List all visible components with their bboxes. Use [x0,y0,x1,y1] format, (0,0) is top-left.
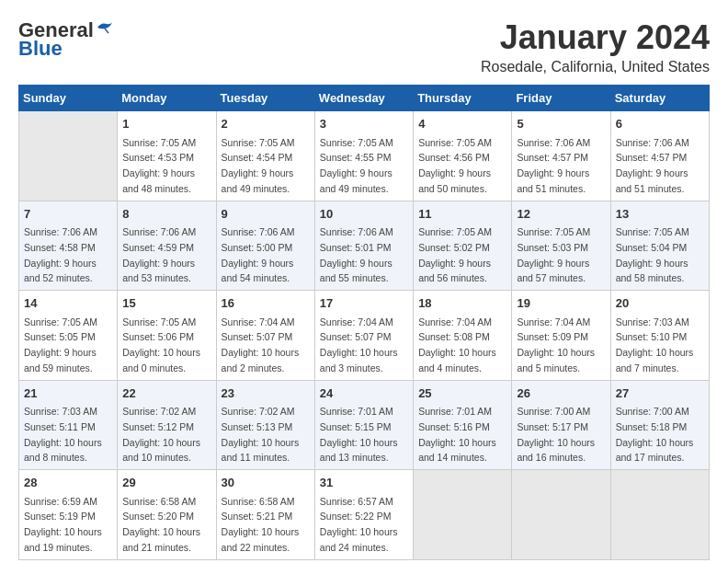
day-info: Sunrise: 7:05 AM Sunset: 5:02 PM Dayligh… [418,226,492,283]
day-number: 1 [122,115,210,133]
day-cell: 4Sunrise: 7:05 AM Sunset: 4:56 PM Daylig… [414,111,512,201]
day-number: 5 [517,115,605,133]
week-row-1: 1Sunrise: 7:05 AM Sunset: 4:53 PM Daylig… [19,111,710,201]
header-cell-monday: Monday [118,86,216,111]
page-header: General Blue January 2024 Rosedale, Cali… [18,18,710,75]
header-cell-sunday: Sunday [19,86,118,111]
day-info: Sunrise: 7:00 AM Sunset: 5:18 PM Dayligh… [616,406,694,463]
month-title: January 2024 [481,18,710,57]
day-cell [19,111,118,201]
day-number: 7 [24,205,112,224]
day-info: Sunrise: 7:03 AM Sunset: 5:11 PM Dayligh… [24,406,102,463]
day-info: Sunrise: 7:05 AM Sunset: 5:05 PM Dayligh… [24,316,97,373]
day-info: Sunrise: 7:06 AM Sunset: 4:57 PM Dayligh… [616,137,689,194]
day-info: Sunrise: 7:04 AM Sunset: 5:08 PM Dayligh… [418,316,496,373]
calendar-table: SundayMondayTuesdayWednesdayThursdayFrid… [18,85,710,560]
day-number: 11 [418,205,506,224]
day-cell: 18Sunrise: 7:04 AM Sunset: 5:08 PM Dayli… [414,291,512,381]
day-cell: 20Sunrise: 7:03 AM Sunset: 5:10 PM Dayli… [610,291,709,381]
day-number: 18 [418,294,506,313]
day-cell: 14Sunrise: 7:05 AM Sunset: 5:05 PM Dayli… [19,291,118,381]
header-cell-thursday: Thursday [414,86,512,111]
day-number: 15 [122,294,210,313]
day-number: 23 [222,385,310,403]
day-info: Sunrise: 7:05 AM Sunset: 5:03 PM Dayligh… [517,226,590,283]
day-number: 9 [222,205,310,224]
day-number: 20 [616,294,704,313]
day-number: 19 [517,294,605,313]
day-info: Sunrise: 7:05 AM Sunset: 4:54 PM Dayligh… [222,137,295,194]
day-cell: 6Sunrise: 7:06 AM Sunset: 4:57 PM Daylig… [610,111,709,201]
day-info: Sunrise: 7:06 AM Sunset: 5:01 PM Dayligh… [320,226,393,283]
day-info: Sunrise: 7:03 AM Sunset: 5:10 PM Dayligh… [616,316,694,373]
day-cell: 9Sunrise: 7:06 AM Sunset: 5:00 PM Daylig… [216,201,314,291]
day-info: Sunrise: 7:04 AM Sunset: 5:07 PM Dayligh… [222,316,300,373]
day-number: 2 [222,115,310,133]
header-cell-friday: Friday [512,86,610,111]
day-cell: 29Sunrise: 6:58 AM Sunset: 5:20 PM Dayli… [118,470,216,560]
day-number: 27 [616,385,704,403]
day-info: Sunrise: 6:59 AM Sunset: 5:19 PM Dayligh… [24,496,102,553]
day-cell: 27Sunrise: 7:00 AM Sunset: 5:18 PM Dayli… [610,380,709,470]
day-number: 14 [24,294,112,313]
day-info: Sunrise: 7:05 AM Sunset: 4:53 PM Dayligh… [122,137,196,194]
day-cell: 26Sunrise: 7:00 AM Sunset: 5:17 PM Dayli… [512,380,610,470]
day-info: Sunrise: 7:06 AM Sunset: 4:59 PM Dayligh… [122,226,196,283]
day-cell: 5Sunrise: 7:06 AM Sunset: 4:57 PM Daylig… [512,111,610,201]
day-info: Sunrise: 7:05 AM Sunset: 4:55 PM Dayligh… [320,137,393,194]
day-info: Sunrise: 7:04 AM Sunset: 5:07 PM Dayligh… [320,316,398,373]
day-cell: 22Sunrise: 7:02 AM Sunset: 5:12 PM Dayli… [118,380,216,470]
day-cell: 2Sunrise: 7:05 AM Sunset: 4:54 PM Daylig… [216,111,314,201]
header-cell-wednesday: Wednesday [314,86,413,111]
day-number: 8 [122,205,210,224]
day-cell: 19Sunrise: 7:04 AM Sunset: 5:09 PM Dayli… [512,291,610,381]
day-cell: 23Sunrise: 7:02 AM Sunset: 5:13 PM Dayli… [216,380,314,470]
day-cell: 7Sunrise: 7:06 AM Sunset: 4:58 PM Daylig… [19,201,118,291]
day-number: 21 [24,385,112,403]
day-number: 22 [122,385,210,403]
day-info: Sunrise: 7:06 AM Sunset: 5:00 PM Dayligh… [222,226,295,283]
day-info: Sunrise: 7:06 AM Sunset: 4:57 PM Dayligh… [517,137,590,194]
day-info: Sunrise: 7:04 AM Sunset: 5:09 PM Dayligh… [517,316,595,373]
day-cell: 11Sunrise: 7:05 AM Sunset: 5:02 PM Dayli… [414,201,512,291]
day-number: 12 [517,205,605,224]
day-info: Sunrise: 6:58 AM Sunset: 5:21 PM Dayligh… [222,496,300,553]
day-number: 29 [122,474,210,492]
day-info: Sunrise: 7:05 AM Sunset: 5:06 PM Dayligh… [122,316,200,373]
day-info: Sunrise: 7:02 AM Sunset: 5:12 PM Dayligh… [122,406,200,463]
title-section: January 2024 Rosedale, California, Unite… [481,18,710,75]
day-cell [512,470,610,560]
day-info: Sunrise: 7:01 AM Sunset: 5:15 PM Dayligh… [320,406,398,463]
day-info: Sunrise: 6:57 AM Sunset: 5:22 PM Dayligh… [320,496,398,553]
week-row-5: 28Sunrise: 6:59 AM Sunset: 5:19 PM Dayli… [19,470,710,560]
day-number: 25 [418,385,506,403]
day-info: Sunrise: 7:02 AM Sunset: 5:13 PM Dayligh… [222,406,300,463]
location-text: Rosedale, California, United States [481,59,710,75]
day-cell: 16Sunrise: 7:04 AM Sunset: 5:07 PM Dayli… [216,291,314,381]
day-number: 28 [24,474,112,492]
day-info: Sunrise: 7:01 AM Sunset: 5:16 PM Dayligh… [418,406,496,463]
day-number: 4 [418,115,506,133]
week-row-4: 21Sunrise: 7:03 AM Sunset: 5:11 PM Dayli… [19,380,710,470]
day-cell: 24Sunrise: 7:01 AM Sunset: 5:15 PM Dayli… [314,380,413,470]
day-number: 30 [222,474,310,492]
logo-bird-icon [96,20,114,35]
day-number: 10 [320,205,408,224]
day-info: Sunrise: 7:06 AM Sunset: 4:58 PM Dayligh… [24,226,97,283]
day-number: 31 [320,474,408,492]
day-number: 3 [320,115,408,133]
day-cell: 15Sunrise: 7:05 AM Sunset: 5:06 PM Dayli… [118,291,216,381]
day-cell: 25Sunrise: 7:01 AM Sunset: 5:16 PM Dayli… [414,380,512,470]
day-cell: 12Sunrise: 7:05 AM Sunset: 5:03 PM Dayli… [512,201,610,291]
day-cell: 10Sunrise: 7:06 AM Sunset: 5:01 PM Dayli… [314,201,413,291]
week-row-2: 7Sunrise: 7:06 AM Sunset: 4:58 PM Daylig… [19,201,710,291]
day-number: 24 [320,385,408,403]
day-cell: 1Sunrise: 7:05 AM Sunset: 4:53 PM Daylig… [118,111,216,201]
header-cell-saturday: Saturday [610,86,709,111]
day-info: Sunrise: 7:05 AM Sunset: 4:56 PM Dayligh… [418,137,492,194]
day-cell: 8Sunrise: 7:06 AM Sunset: 4:59 PM Daylig… [118,201,216,291]
day-cell: 13Sunrise: 7:05 AM Sunset: 5:04 PM Dayli… [610,201,709,291]
logo-text-blue: Blue [18,37,63,61]
day-cell: 17Sunrise: 7:04 AM Sunset: 5:07 PM Dayli… [314,291,413,381]
day-info: Sunrise: 7:00 AM Sunset: 5:17 PM Dayligh… [517,406,595,463]
